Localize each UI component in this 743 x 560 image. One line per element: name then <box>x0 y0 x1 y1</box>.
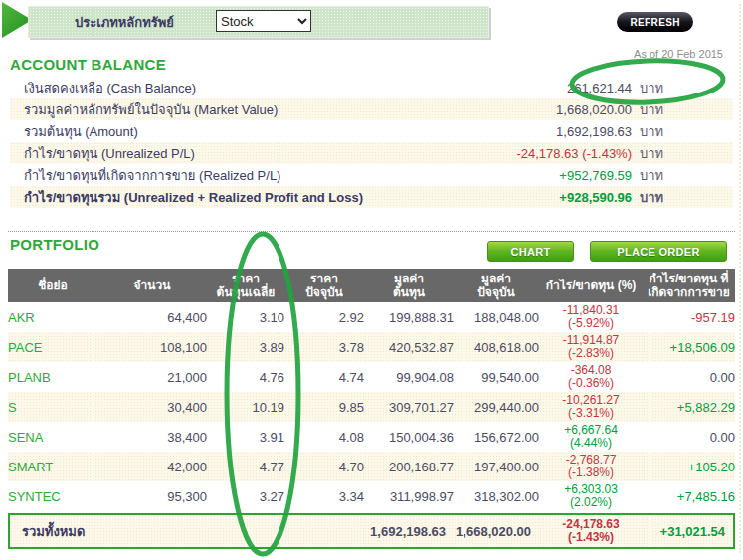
col-header-market-value: มูลค่าปัจจุบัน <box>454 269 539 302</box>
pl-percent: (-2.83%) <box>539 347 643 360</box>
table-row: S 30,400 10.19 9.85 309,701.27 299,440.0… <box>8 392 735 422</box>
col-header-unrealized-pl: กำไร/ขาดทุน (%) <box>539 269 643 302</box>
balance-value: -24,178.63 (-1.43%) <box>516 146 632 161</box>
section-divider <box>8 231 735 232</box>
current-price-cell: 4.08 <box>284 422 364 452</box>
chart-button[interactable]: CHART <box>487 241 574 262</box>
quantity-cell: 95,300 <box>97 481 207 513</box>
realized-pl-cell: +105.20 <box>643 452 735 481</box>
cost-value-cell: 420,532.87 <box>364 332 454 362</box>
balance-row-realized-pl: กำไร/ขาดทุนที่เกิดจากการขาย (Realized P/… <box>10 164 733 186</box>
header-line: ปัจจุบัน <box>286 285 362 299</box>
market-value-cell: 299,440.00 <box>454 392 539 422</box>
header-line: กำไร/ขาดทุน (%) <box>541 279 641 292</box>
quantity-cell: 30,400 <box>97 392 207 422</box>
col-header-quantity: จำนวน <box>97 269 207 302</box>
header-line: ชื่อย่อ <box>10 279 95 292</box>
total-cost-value: 1,692,198.63 <box>364 513 454 549</box>
pl-percent: (2.02%) <box>539 496 643 509</box>
portfolio-actions: CHART PLACE ORDER <box>487 241 727 262</box>
quantity-cell: 38,400 <box>97 422 207 452</box>
cost-value-cell: 150,004.36 <box>364 422 454 452</box>
balance-row-unrealized-pl: กำไร/ขาดทุน (Unrealized P/L) -24,178.63 … <box>10 142 733 164</box>
symbol-cell[interactable]: SYNTEC <box>8 481 97 513</box>
header-line: ต้นทุน <box>366 285 452 299</box>
asset-type-select[interactable]: Stock <box>216 10 311 32</box>
balance-label: รวมต้นทุน (Amount) <box>24 121 556 142</box>
col-header-symbol: ชื่อย่อ <box>8 269 97 302</box>
market-value-cell: 318,302.00 <box>454 481 539 513</box>
avg-cost-cell: 3.27 <box>207 481 284 513</box>
market-value-cell: 156,672.00 <box>454 422 539 452</box>
col-header-avg-cost: ราคาต้นทุนเฉลี่ย <box>207 269 284 302</box>
table-header-row: ชื่อย่อ จำนวน ราคาต้นทุนเฉลี่ย ราคาปัจจุ… <box>8 269 735 302</box>
unrealized-pl-cell: +6,667.64(4.44%) <box>539 422 643 452</box>
balance-value: 1,692,198.63 <box>556 124 632 139</box>
cost-value-cell: 311,998.97 <box>364 481 454 513</box>
balance-label: กำไร/ขาดทุนรวม (Unrealized + Realized Pr… <box>24 187 559 208</box>
current-price-cell: 3.34 <box>284 481 364 513</box>
symbol-cell[interactable]: AKR <box>8 302 97 332</box>
avg-cost-cell: 3.91 <box>207 422 284 452</box>
balance-label: กำไร/ขาดทุน (Unrealized P/L) <box>24 143 516 164</box>
quantity-cell: 42,000 <box>97 452 207 481</box>
currency-unit: บาท <box>640 143 673 164</box>
balance-row-total-pl: กำไร/ขาดทุนรวม (Unrealized + Realized Pr… <box>10 186 733 208</box>
header-line: มูลค่า <box>366 272 452 285</box>
total-realized-pl: +31,021.54 <box>643 513 735 549</box>
market-value-cell: 99,540.00 <box>454 362 539 392</box>
currency-unit: บาท <box>640 165 673 186</box>
total-market-value: 1,668,020.00 <box>454 513 539 549</box>
symbol-cell[interactable]: SENA <box>8 422 97 452</box>
balance-label: กำไร/ขาดทุนที่เกิดจากการขาย (Realized P/… <box>24 165 559 186</box>
account-balance-section: ACCOUNT BALANCE เงินสดคงเหลือ (Cash Bala… <box>10 56 733 208</box>
quantity-cell: 64,400 <box>97 302 207 332</box>
portfolio-table: ชื่อย่อ จำนวน ราคาต้นทุนเฉลี่ย ราคาปัจจุ… <box>8 269 735 549</box>
refresh-button[interactable]: REFRESH <box>617 12 693 32</box>
balance-row-amount: รวมต้นทุน (Amount) 1,692,198.63 บาท <box>10 120 733 142</box>
cost-value-cell: 309,701.27 <box>364 392 454 422</box>
balance-row-cash: เงินสดคงเหลือ (Cash Balance) 261,621.44 … <box>10 77 733 98</box>
avg-cost-cell: 10.19 <box>207 392 284 422</box>
avg-cost-cell: 4.76 <box>207 362 284 392</box>
symbol-cell[interactable]: PACE <box>8 332 97 362</box>
pl-percent: (-0.36%) <box>539 377 643 390</box>
market-value-cell: 197,400.00 <box>454 452 539 481</box>
pl-percent: (-3.31%) <box>539 407 643 420</box>
header-line: ราคา <box>286 272 362 285</box>
col-header-current-price: ราคาปัจจุบัน <box>284 269 364 302</box>
current-price-cell: 2.92 <box>284 302 364 332</box>
balance-label: รวมมูลค่าหลักทรัพย์ในปัจจุบัน (Market Va… <box>24 99 556 120</box>
realized-pl-cell: 0.00 <box>643 362 735 392</box>
unrealized-pl-cell: -2,768.77(-1.38%) <box>539 452 643 481</box>
unrealized-pl-cell: -11,840.31(-5.92%) <box>539 302 643 332</box>
table-total-row: รวมทั้งหมด 1,692,198.63 1,668,020.00 -24… <box>8 513 735 549</box>
realized-pl-cell: 0.00 <box>643 422 735 452</box>
header-line: จำนวน <box>99 279 205 292</box>
header-line: ราคา <box>209 272 282 285</box>
balance-value: 1,668,020.00 <box>556 102 632 117</box>
cost-value-cell: 99,904.08 <box>364 362 454 392</box>
unrealized-pl-cell: -11,914.87(-2.83%) <box>539 332 643 362</box>
table-row: SENA 38,400 3.91 4.08 150,004.36 156,672… <box>8 422 735 452</box>
col-header-realized-pl: กำไร/ขาดทุน ที่เกิดจากการขาย <box>643 269 735 302</box>
table-row: SMART 42,000 4.77 4.70 200,168.77 197,40… <box>8 452 735 481</box>
avg-cost-cell: 3.89 <box>207 332 284 362</box>
symbol-cell[interactable]: PLANB <box>8 362 97 392</box>
realized-pl-cell: +7,485.16 <box>643 481 735 513</box>
table-row: SYNTEC 95,300 3.27 3.34 311,998.97 318,3… <box>8 481 735 513</box>
unrealized-pl-cell: -364.08(-0.36%) <box>539 362 643 392</box>
symbol-cell[interactable]: SMART <box>8 452 97 481</box>
balance-value: +952,769.59 <box>559 168 632 183</box>
unrealized-pl-cell: -10,261.27(-3.31%) <box>539 392 643 422</box>
total-unrealized-pl: -24,178.63(-1.43%) <box>539 513 643 549</box>
market-value-cell: 188,048.00 <box>454 302 539 332</box>
header-line: เกิดจากการขาย <box>645 285 733 299</box>
header-line: กำไร/ขาดทุน ที่ <box>645 272 733 285</box>
symbol-cell[interactable]: S <box>8 392 97 422</box>
balance-label: เงินสดคงเหลือ (Cash Balance) <box>24 78 567 98</box>
place-order-button[interactable]: PLACE ORDER <box>590 241 727 262</box>
currency-unit: บาท <box>640 99 673 120</box>
current-price-cell: 3.78 <box>284 332 364 362</box>
balance-value: 261,621.44 <box>567 81 632 95</box>
